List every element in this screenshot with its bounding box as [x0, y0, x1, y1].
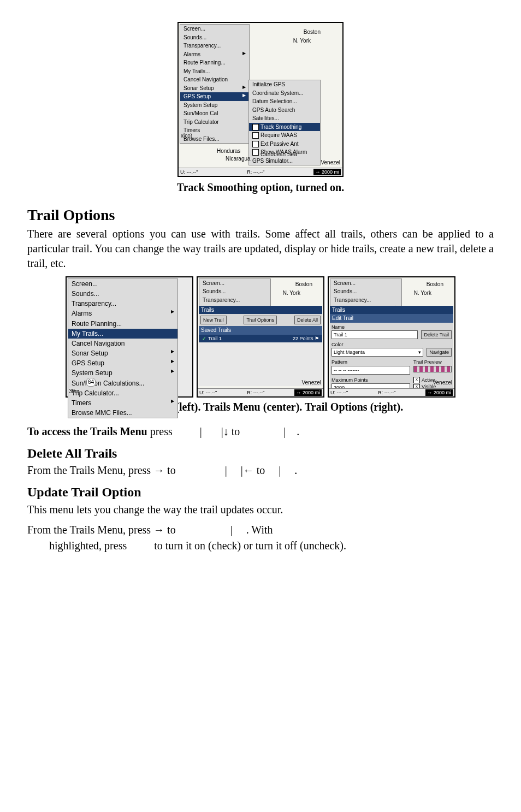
dropdown-arrow-icon: ▾ [418, 349, 421, 355]
submenu-arrow-icon: ▶ [171, 369, 174, 375]
access-trails-bold: To access the Trails Menu [27, 425, 147, 437]
saved-trails-header: Saved Trails [199, 326, 322, 335]
trail-name: ✓Trail 1 [202, 335, 222, 342]
map-label: Boston [295, 281, 312, 288]
submenu-item[interactable]: Coordinate System... [249, 89, 320, 98]
menu-item[interactable]: Cancel Navigation [68, 339, 177, 348]
menu-item[interactable]: Trip Calculator... [68, 388, 177, 398]
trail-preview-label: Trail Preview [413, 359, 452, 365]
track-smoothing-screenshot: Screen... Sounds... Transparency... Alar… [177, 22, 344, 177]
menu-item[interactable]: Route Planning... [68, 319, 177, 329]
map-label: xico) [181, 132, 192, 140]
menu-item[interactable]: Sun/Moon Calculations... [68, 378, 177, 388]
status-bar: U: ---.--" R: ---.--" ↔ 2000 mi [179, 168, 342, 176]
menu-item-my-trails[interactable]: My Trails... [68, 329, 177, 339]
submenu-item-label: Require WAAS [260, 132, 297, 138]
checkbox-icon: x [413, 377, 420, 383]
color-value: Light Magenta [334, 349, 365, 355]
submenu-item[interactable]: Datum Selection... [249, 97, 320, 106]
checkbox-icon [252, 141, 259, 147]
trails-panel: Trails New Trail Trail Options Delete Al… [199, 306, 322, 386]
triple-screenshot-row: Screen... Sounds... Transparency... Alar… [27, 276, 494, 398]
menu-item[interactable]: Route Planning... [180, 58, 249, 67]
menu-item[interactable]: Cancel Navigation [180, 75, 249, 84]
menu-item[interactable]: Sonar Setup▶ [180, 84, 249, 93]
menu-item: Transparency... [330, 296, 401, 305]
submenu-item[interactable]: Initialize GPS [249, 80, 320, 89]
menu-item[interactable]: Screen... [180, 25, 249, 33]
navigate-button[interactable]: Navigate [427, 348, 452, 357]
submenu-item[interactable]: Satellites... [249, 114, 320, 123]
menu-item[interactable]: Transparency... [68, 299, 177, 309]
status-r: R: ---.--" [378, 389, 395, 396]
max-points-label: Maximum Points [331, 377, 410, 383]
status-u: U: ---.--" [330, 389, 348, 396]
depth-label: 30m [69, 388, 79, 395]
name-field[interactable]: Trail 1 [331, 330, 418, 339]
menu-item[interactable]: My Trails... [180, 67, 249, 76]
submenu-item[interactable]: GPS Auto Search [249, 106, 320, 115]
menu-item-label: Alarms [183, 51, 200, 57]
menu-item[interactable]: Sounds... [68, 289, 177, 299]
menu-item[interactable]: Sun/Moon Cal [180, 109, 249, 118]
check-icon: ✓ [202, 336, 206, 341]
menu-item-label: GPS Setup [183, 93, 211, 99]
fig1-caption: Track Smoothing option, turned on. [27, 180, 494, 195]
delete-all-heading: Delete All Trails [27, 444, 494, 462]
trail-points: 22 Points ⚑ [293, 335, 319, 342]
submenu-arrow-icon: ▶ [242, 93, 246, 99]
menu-item[interactable]: Transparency... [180, 42, 249, 50]
menu-item[interactable]: Trip Calculator [180, 118, 249, 127]
menu-item[interactable]: Browse MMC Files... [68, 408, 177, 418]
trail-options-button[interactable]: Trail Options [244, 316, 277, 324]
access-trails-rest: press [147, 425, 175, 437]
menu-item[interactable]: Alarms▶ [68, 309, 177, 318]
menu-item-gps-setup[interactable]: GPS Setup▶ [180, 92, 249, 101]
delete-all-button[interactable]: Delete All [294, 316, 321, 324]
pattern-field[interactable]: -- -- -- ------- [331, 366, 410, 375]
delete-trail-button[interactable]: Delete Trail [421, 330, 452, 339]
trail-row[interactable]: ✓Trail 1 22 Points ⚑ [199, 335, 322, 342]
status-bar: U: ---.--" R: ---.--" ↔ 2000 mi [329, 388, 454, 396]
color-select[interactable]: Light Magenta▾ [331, 348, 423, 357]
trail-options-body: There are several options you can use wi… [27, 227, 494, 271]
menu-item-label: Alarms [72, 310, 92, 317]
trail-options-heading: Trail Options [27, 205, 494, 226]
submenu-item[interactable]: Require WAAS [249, 131, 320, 140]
checkbox-icon: x [252, 124, 259, 131]
menu-item[interactable]: Screen... [68, 279, 177, 289]
trail-name-label: Trail 1 [208, 336, 222, 341]
update1-mid: | . With [203, 524, 273, 536]
menu-item[interactable]: Timers▶ [68, 398, 177, 408]
menu-item[interactable]: System Setup▶ [68, 368, 177, 378]
map-label: N. York [283, 289, 300, 297]
menu-item[interactable]: Alarms▶ [180, 50, 249, 59]
trails-header: Trails [199, 306, 322, 315]
menu-item[interactable]: GPS Setup▶ [68, 358, 177, 368]
menu-item[interactable]: Sounds... [180, 33, 249, 42]
pattern-label: Pattern [331, 359, 410, 365]
name-label: Name [331, 324, 418, 330]
new-trail-button[interactable]: New Trail [200, 316, 227, 324]
update-line-1: From the Trails Menu, press → to | . Wit… [27, 523, 494, 537]
status-u: U: ---.--" [180, 169, 198, 175]
main-menu-screenshot: Screen... Sounds... Transparency... Alar… [66, 276, 193, 398]
status-distance: ↔ 2000 mi [313, 169, 341, 175]
submenu-arrow-icon: ▶ [242, 51, 246, 57]
delete-prefix: From the Trails Menu, press → to [27, 464, 179, 476]
color-label: Color [331, 341, 423, 348]
map-label: N. York [414, 289, 431, 297]
update-trail-heading: Update Trail Option [27, 483, 494, 501]
map-label: Venezel [433, 379, 452, 387]
submenu-item-track-smoothing[interactable]: xTrack Smoothing [249, 123, 320, 132]
trail-options-screenshot: Screen... Sounds... Transparency... Alar… [328, 276, 455, 398]
menu-item[interactable]: Sonar Setup▶ [68, 348, 177, 358]
checkbox-icon [252, 132, 259, 139]
menu-item-label: Sonar Setup [72, 349, 108, 357]
menu-item: Screen... [330, 279, 401, 288]
menu-item[interactable]: System Setup [180, 101, 249, 110]
trails-header: Trails [330, 306, 453, 315]
submenu-item[interactable]: Ext Passive Ant [249, 140, 320, 149]
update-line-2: highlighted, press to turn it on (check)… [27, 538, 494, 553]
map-label: Boston [304, 28, 321, 36]
